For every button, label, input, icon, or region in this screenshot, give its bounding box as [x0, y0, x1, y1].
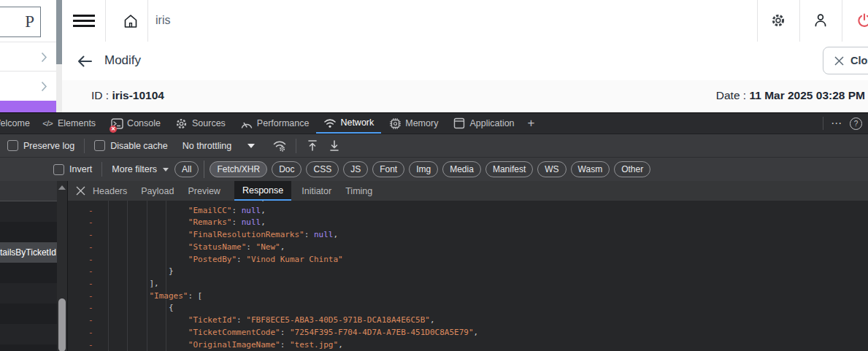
tab-memory[interactable]: Memory: [381, 113, 445, 134]
tab-sources-label: Sources: [192, 118, 226, 128]
request-detail-pane: HeadersPayloadPreviewResponseInitiatorTi…: [67, 181, 868, 351]
disable-cache-checkbox[interactable]: [94, 140, 105, 151]
person-icon: [812, 12, 829, 29]
json-text: "FinalResolutionRemarks": null,: [188, 229, 338, 242]
caret-down-icon[interactable]: [247, 144, 255, 148]
preserve-log-checkbox[interactable]: [7, 140, 18, 151]
fold-marker[interactable]: -: [88, 278, 93, 290]
page-scrollbar-thumb[interactable]: [56, 0, 62, 64]
request-row[interactable]: [0, 222, 57, 242]
filter-pill-all[interactable]: All: [174, 161, 199, 177]
filter-pill-js[interactable]: JS: [343, 161, 368, 177]
tab-elements[interactable]: </> Elements: [34, 113, 103, 134]
arrow-down-bar-icon: [329, 139, 340, 152]
tab-welcome-label: Welcome: [0, 118, 30, 128]
import-har-button[interactable]: [304, 137, 321, 155]
network-conditions-button[interactable]: [271, 137, 288, 155]
tab-welcome[interactable]: Welcome: [0, 113, 34, 134]
settings-button[interactable]: [762, 10, 794, 31]
fold-marker[interactable]: -: [88, 302, 93, 315]
filter-pill-other[interactable]: Other: [614, 161, 650, 177]
detail-tab-initiator[interactable]: Initiator: [302, 181, 331, 201]
gear-icon: [769, 12, 787, 29]
help-button[interactable]: ?: [850, 117, 862, 130]
chevron-right-icon: [41, 81, 47, 92]
filter-pill-manifest[interactable]: Manifest: [485, 161, 533, 177]
json-line: -"TicketId": "FBF8ECE5-ABA3-40D5-971B-DC…: [68, 315, 868, 327]
invert-label[interactable]: Invert: [69, 164, 92, 174]
request-row[interactable]: [0, 201, 57, 222]
more-options-button[interactable]: ⋯: [831, 120, 842, 127]
filter-pill-wasm[interactable]: Wasm: [571, 161, 610, 177]
screen: P iris: [0, 0, 868, 351]
tab-console[interactable]: ✕ Console: [103, 113, 168, 134]
request-list-scrollbar[interactable]: [57, 181, 67, 351]
filter-pill-css[interactable]: CSS: [306, 161, 339, 177]
logout-button[interactable]: [848, 10, 868, 31]
caret-down-icon[interactable]: [163, 168, 169, 171]
more-filters-button[interactable]: More filters: [112, 164, 157, 174]
tab-network[interactable]: Network: [316, 113, 381, 134]
filter-pill-media[interactable]: Media: [442, 161, 481, 177]
question-icon: ?: [854, 120, 859, 128]
fold-marker[interactable]: -: [88, 266, 93, 278]
request-row[interactable]: [0, 324, 57, 344]
request-row[interactable]: tailsByTicketId: [0, 242, 57, 263]
json-line: -],: [68, 278, 868, 290]
detail-tab-preview[interactable]: Preview: [188, 181, 220, 201]
throttling-select[interactable]: No throttling: [183, 141, 231, 151]
fold-marker[interactable]: -: [88, 217, 93, 229]
filter-pill-doc[interactable]: Doc: [272, 161, 302, 177]
fold-marker[interactable]: -: [88, 290, 93, 303]
scrollbar-thumb[interactable]: [58, 298, 66, 351]
detail-tab-timing[interactable]: Timing: [345, 181, 372, 201]
filter-pill-fetchxhr[interactable]: Fetch/XHR: [210, 161, 267, 177]
request-row[interactable]: [0, 344, 57, 351]
sidebar-row-1[interactable]: [0, 42, 56, 72]
filter-pill-font[interactable]: Font: [372, 161, 404, 177]
chevron-right-icon: [41, 52, 47, 63]
fold-marker[interactable]: -: [88, 339, 93, 351]
sidebar-selected-item[interactable]: [0, 101, 56, 112]
home-button[interactable]: [115, 11, 147, 31]
fold-marker[interactable]: -: [88, 327, 93, 339]
fold-marker[interactable]: -: [88, 229, 93, 242]
fold-marker[interactable]: -: [88, 254, 93, 266]
disable-cache-label[interactable]: Disable cache: [110, 141, 168, 151]
filter-pill-img[interactable]: Img: [409, 161, 438, 177]
invert-checkbox[interactable]: [53, 164, 64, 175]
scroll-up-arrow-icon[interactable]: [58, 185, 66, 190]
back-button[interactable]: [76, 53, 93, 70]
json-line: -"OriginalImageName": "test.jpg",: [68, 339, 868, 351]
request-row[interactable]: [0, 304, 57, 324]
fold-marker[interactable]: -: [88, 242, 93, 254]
fold-marker[interactable]: -: [88, 205, 93, 217]
tab-sources[interactable]: Sources: [168, 113, 233, 134]
fold-marker[interactable]: -: [88, 315, 93, 327]
detail-tab-payload[interactable]: Payload: [141, 181, 174, 201]
menu-icon[interactable]: [73, 15, 95, 27]
tab-performance-label: Performance: [257, 118, 310, 128]
json-text: {: [169, 302, 174, 315]
logo-text: P: [25, 12, 34, 31]
json-lines: -"EmailTo": null,-"EmailCC": null,-"Rema…: [68, 201, 868, 351]
detail-tab-headers[interactable]: Headers: [93, 181, 127, 201]
tab-performance[interactable]: Performance: [233, 113, 317, 134]
page-scrollbar[interactable]: [56, 0, 62, 112]
json-line: -"StatusName": "New",: [68, 242, 868, 254]
more-tabs-button[interactable]: +: [522, 113, 541, 134]
filter-pill-ws[interactable]: WS: [537, 161, 566, 177]
json-text: "TicketId": "FBF8ECE5-ABA3-40D5-971B-DCA…: [188, 315, 435, 327]
detail-tab-response[interactable]: Response: [234, 181, 291, 201]
request-row[interactable]: [0, 263, 57, 283]
tab-application[interactable]: Application: [445, 113, 521, 134]
sidebar-row-2[interactable]: [0, 71, 56, 101]
request-row[interactable]: [0, 283, 57, 304]
export-har-button[interactable]: [326, 137, 343, 155]
preserve-log-label[interactable]: Preserve log: [23, 141, 74, 151]
json-text: "StatusName": "New",: [188, 242, 285, 254]
close-detail-button[interactable]: [68, 181, 93, 201]
close-button[interactable]: Close: [823, 47, 868, 74]
tab-memory-label: Memory: [405, 118, 438, 128]
profile-button[interactable]: [804, 10, 837, 31]
